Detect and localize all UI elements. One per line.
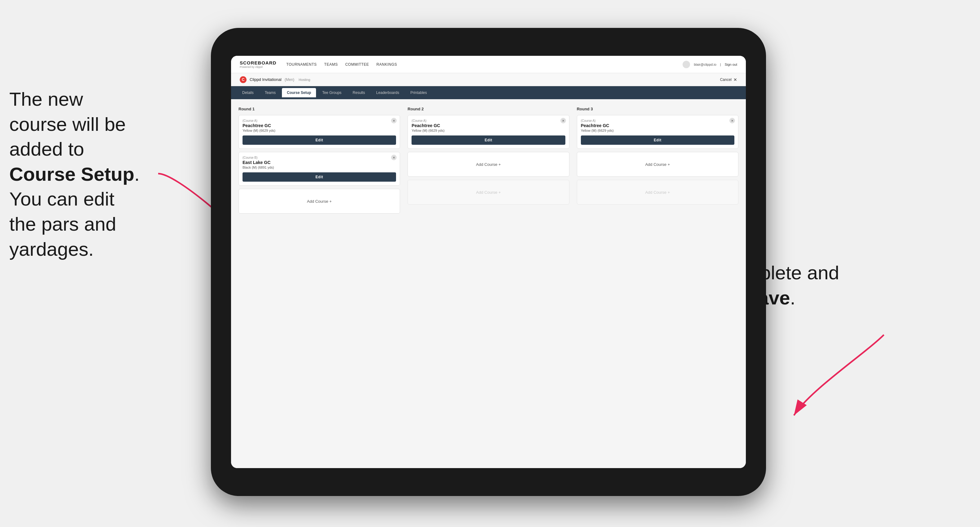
nav-separator: | [720, 63, 721, 66]
tab-bar: Details Teams Course Setup Tee Groups Re… [231, 86, 746, 99]
close-icon: ✕ [733, 77, 737, 82]
round3-course-a-card: ✕ (Course A) Peachtree GC Yellow (M) (66… [577, 115, 738, 149]
tournament-gender: (Men) [285, 78, 294, 82]
round1-course-b-delete[interactable]: ✕ [391, 155, 397, 160]
main-content: Round 1 ✕ (Course A) Peachtree GC Yellow… [231, 99, 746, 468]
round2-add-course-box-disabled: Add Course + [407, 180, 569, 205]
tablet-screen: SCOREBOARD Powered by clippd TOURNAMENTS… [231, 56, 746, 468]
nav-right: blair@clippd.io | Sign out [682, 61, 737, 68]
round1-course-b-name: East Lake GC [242, 160, 396, 165]
sign-out-link[interactable]: Sign out [725, 63, 737, 66]
round2-course-a-name: Peachtree GC [412, 123, 565, 128]
user-email: blair@clippd.io [694, 63, 716, 66]
round2-course-a-edit[interactable]: Edit [412, 135, 565, 145]
round1-add-course-box[interactable]: Add Course + [239, 189, 400, 214]
nav-link-tournaments[interactable]: TOURNAMENTS [286, 62, 317, 67]
round3-course-a-name: Peachtree GC [581, 123, 734, 128]
tab-teams[interactable]: Teams [260, 88, 281, 97]
round1-course-a-name: Peachtree GC [242, 123, 396, 128]
round1-course-b-edit[interactable]: Edit [242, 172, 396, 182]
tablet-device: SCOREBOARD Powered by clippd TOURNAMENTS… [211, 28, 766, 496]
round2-add-course-text-disabled: Add Course + [476, 190, 501, 195]
nav-link-committee[interactable]: COMMITTEE [345, 62, 369, 67]
round3-add-course-box-disabled: Add Course + [577, 180, 738, 205]
round2-course-a-label: (Course A) [412, 119, 565, 122]
scoreboard-title: SCOREBOARD [240, 60, 276, 65]
round3-course-a-tee: Yellow (M) (6629 yds) [581, 129, 734, 132]
round1-course-b-card: ✕ (Course B) East Lake GC Black (M) (689… [239, 152, 400, 186]
round3-add-course-text: Add Course + [645, 162, 670, 167]
round2-add-course-text: Add Course + [476, 162, 501, 167]
tab-leaderboards[interactable]: Leaderboards [371, 88, 404, 97]
round2-course-a-card: ✕ (Course A) Peachtree GC Yellow (M) (66… [407, 115, 569, 149]
annotation-left: The new course will be added to Course S… [9, 87, 170, 262]
rounds-grid: Round 1 ✕ (Course A) Peachtree GC Yellow… [239, 106, 738, 461]
round1-course-a-tee: Yellow (M) (6629 yds) [242, 129, 396, 132]
arrow-right-annotation [784, 329, 890, 422]
nav-link-teams[interactable]: TEAMS [324, 62, 338, 67]
round3-add-course-box[interactable]: Add Course + [577, 152, 738, 177]
round-3-column: Round 3 ✕ (Course A) Peachtree GC Yellow… [577, 106, 738, 461]
top-nav: SCOREBOARD Powered by clippd TOURNAMENTS… [231, 56, 746, 73]
scoreboard-logo: SCOREBOARD Powered by clippd [240, 60, 276, 68]
round1-course-a-edit[interactable]: Edit [242, 135, 396, 145]
tab-printables[interactable]: Printables [405, 88, 432, 97]
round1-course-a-delete[interactable]: ✕ [391, 118, 397, 123]
tab-results[interactable]: Results [348, 88, 370, 97]
nav-links: TOURNAMENTS TEAMS COMMITTEE RANKINGS [286, 62, 397, 67]
round3-course-a-delete[interactable]: ✕ [729, 118, 735, 123]
round-1-column: Round 1 ✕ (Course A) Peachtree GC Yellow… [239, 106, 400, 461]
tournament-title: Clippd Invitational [250, 77, 282, 82]
round3-course-a-label: (Course A) [581, 119, 734, 122]
round3-add-course-text-disabled: Add Course + [645, 190, 670, 195]
avatar [682, 61, 690, 68]
nav-link-rankings[interactable]: RANKINGS [377, 62, 397, 67]
round1-course-b-tee: Black (M) (6891 yds) [242, 165, 396, 169]
hosting-badge: Hosting [299, 78, 310, 81]
scoreboard-sub: Powered by clippd [240, 65, 276, 68]
round3-course-a-edit[interactable]: Edit [581, 135, 734, 145]
round2-course-a-delete[interactable]: ✕ [560, 118, 566, 123]
round1-course-a-label: (Course A) [242, 119, 396, 122]
round-1-header: Round 1 [239, 106, 400, 111]
round2-course-a-tee: Yellow (M) (6629 yds) [412, 129, 565, 132]
round1-course-b-label: (Course B) [242, 156, 396, 159]
round-3-header: Round 3 [577, 106, 738, 111]
round-2-header: Round 2 [407, 106, 569, 111]
tab-course-setup[interactable]: Course Setup [282, 88, 316, 97]
nav-left: SCOREBOARD Powered by clippd TOURNAMENTS… [240, 60, 397, 68]
round2-add-course-box[interactable]: Add Course + [407, 152, 569, 177]
round-2-column: Round 2 ✕ (Course A) Peachtree GC Yellow… [407, 106, 569, 461]
sub-header: C Clippd Invitational (Men) Hosting Canc… [231, 73, 746, 86]
round1-course-a-card: ✕ (Course A) Peachtree GC Yellow (M) (66… [239, 115, 400, 149]
tab-tee-groups[interactable]: Tee Groups [317, 88, 347, 97]
tournament-name: C Clippd Invitational (Men) Hosting [240, 76, 310, 83]
round1-add-course-text: Add Course + [307, 199, 332, 204]
cancel-button[interactable]: Cancel ✕ [720, 77, 737, 82]
tournament-logo: C [240, 76, 247, 83]
tab-details[interactable]: Details [237, 88, 259, 97]
